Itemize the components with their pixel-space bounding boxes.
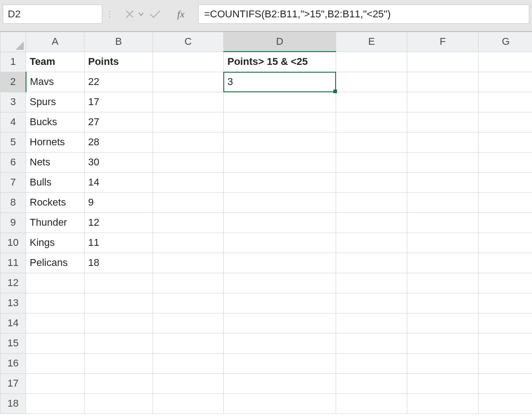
cell-E10[interactable] [336,233,407,253]
cell-B17[interactable] [84,373,153,393]
row-header-13[interactable]: 13 [0,293,26,313]
cell-B11[interactable]: 18 [84,253,153,273]
cell-G2[interactable] [479,72,532,92]
cell-A8[interactable]: Rockets [26,192,84,212]
cell-D13[interactable] [224,293,336,313]
cell-E9[interactable] [336,212,407,233]
cell-B15[interactable] [84,333,153,353]
cell-A16[interactable] [26,353,84,373]
cell-G15[interactable] [479,333,532,353]
cell-E13[interactable] [336,293,407,313]
cell-D16[interactable] [224,353,336,373]
cell-G12[interactable] [479,273,532,293]
cell-A13[interactable] [26,293,84,313]
cell-E7[interactable] [336,172,407,192]
name-box-input[interactable] [3,5,138,23]
cell-D4[interactable] [224,112,336,132]
cell-B13[interactable] [84,293,153,313]
row-header-8[interactable]: 8 [0,192,26,212]
cell-G6[interactable] [479,152,532,172]
cell-G7[interactable] [479,172,532,192]
row-header-11[interactable]: 11 [0,253,26,273]
row-header-18[interactable]: 18 [0,393,26,414]
cell-A10[interactable]: Kings [26,233,84,253]
row-header-4[interactable]: 4 [0,112,26,132]
cell-E2[interactable] [336,72,407,92]
cell-C6[interactable] [153,152,224,172]
cell-F1[interactable] [407,52,479,72]
cell-B3[interactable]: 17 [84,92,153,112]
cell-B16[interactable] [84,353,153,373]
cell-G1[interactable] [479,52,532,72]
cell-F2[interactable] [407,72,479,92]
cell-B12[interactable] [84,273,153,293]
cell-A9[interactable]: Thunder [26,212,84,233]
row-header-3[interactable]: 3 [0,92,26,112]
row-header-17[interactable]: 17 [0,373,26,393]
row-header-15[interactable]: 15 [0,333,26,353]
cell-E14[interactable] [336,313,407,333]
cell-C1[interactable] [153,52,224,72]
cell-E8[interactable] [336,192,407,212]
cell-D1[interactable]: Points> 15 & <25 [224,52,336,72]
cell-C10[interactable] [153,233,224,253]
cell-A11[interactable]: Pelicans [26,253,84,273]
cell-C18[interactable] [153,393,224,414]
row-header-16[interactable]: 16 [0,353,26,373]
cell-A3[interactable]: Spurs [26,92,84,112]
cell-C8[interactable] [153,192,224,212]
cell-G10[interactable] [479,233,532,253]
cell-F14[interactable] [407,313,479,333]
col-header-C[interactable]: C [153,32,224,52]
cell-G8[interactable] [479,192,532,212]
row-header-5[interactable]: 5 [0,132,26,152]
cell-F18[interactable] [407,393,479,414]
cell-B14[interactable] [84,313,153,333]
cell-F10[interactable] [407,233,479,253]
cell-G9[interactable] [479,212,532,233]
row-header-6[interactable]: 6 [0,152,26,172]
cell-C5[interactable] [153,132,224,152]
insert-function-button[interactable]: fx [168,5,194,24]
sheet-grid[interactable]: A B C D E F G 1TeamPointsPoints> 15 & <2… [0,31,532,419]
cell-A6[interactable]: Nets [26,152,84,172]
cell-D3[interactable] [224,92,336,112]
cell-E16[interactable] [336,353,407,373]
select-all-corner[interactable] [0,32,26,52]
cell-A1[interactable]: Team [26,52,84,72]
cell-D5[interactable] [224,132,336,152]
cell-A17[interactable] [26,373,84,393]
name-box[interactable] [3,5,102,24]
cell-C9[interactable] [153,212,224,233]
cell-C7[interactable] [153,172,224,192]
cell-E17[interactable] [336,373,407,393]
cell-B5[interactable]: 28 [84,132,153,152]
cell-A15[interactable] [26,333,84,353]
cell-F7[interactable] [407,172,479,192]
cell-C11[interactable] [153,253,224,273]
cell-G17[interactable] [479,373,532,393]
cell-D17[interactable] [224,373,336,393]
cell-D8[interactable] [224,192,336,212]
cell-G4[interactable] [479,112,532,132]
row-header-14[interactable]: 14 [0,313,26,333]
cell-A4[interactable]: Bucks [26,112,84,132]
cell-G14[interactable] [479,313,532,333]
cell-D11[interactable] [224,253,336,273]
cell-A12[interactable] [26,273,84,293]
cell-C12[interactable] [153,273,224,293]
cell-C13[interactable] [153,293,224,313]
row-header-12[interactable]: 12 [0,273,26,293]
row-header-10[interactable]: 10 [0,233,26,253]
row-header-1[interactable]: 1 [0,52,26,72]
cell-G11[interactable] [479,253,532,273]
cell-E12[interactable] [336,273,407,293]
col-header-E[interactable]: E [336,32,407,52]
cell-B9[interactable]: 12 [84,212,153,233]
cell-A7[interactable]: Bulls [26,172,84,192]
cell-C15[interactable] [153,333,224,353]
cell-E18[interactable] [336,393,407,414]
cell-F16[interactable] [407,353,479,373]
cell-B10[interactable]: 11 [84,233,153,253]
cell-C2[interactable] [153,72,224,92]
